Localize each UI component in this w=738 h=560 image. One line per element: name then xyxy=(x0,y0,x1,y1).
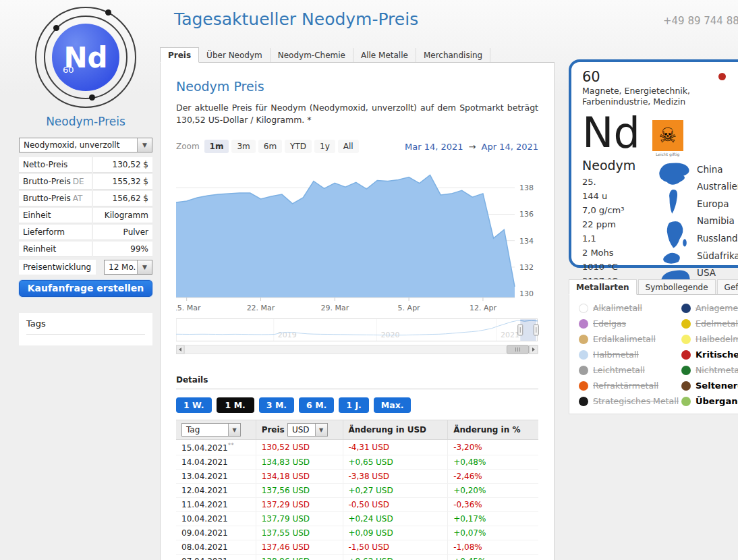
arrow-right-icon: → xyxy=(469,142,476,152)
zoom-button-all[interactable]: All xyxy=(338,140,359,153)
zoom-button-1y[interactable]: 1y xyxy=(314,140,335,153)
chart-navigator[interactable]: 201920202021 xyxy=(176,318,538,358)
legend-tab-symbollegende[interactable]: Symbollegende xyxy=(638,279,716,294)
legend-item[interactable]: Leichtmetall xyxy=(579,365,681,375)
legend-label: Refraktärmetall xyxy=(593,381,658,391)
legend-item[interactable]: Strategisches Metall xyxy=(579,396,681,406)
buy-request-button[interactable]: Kaufanfrage erstellen xyxy=(19,280,152,297)
sidebar-info-row: Netto-Preis130,52 $ xyxy=(19,157,152,173)
currency-select[interactable]: USD ▼ xyxy=(287,423,328,437)
hazard-symbol: ☠ Leicht giftig xyxy=(652,120,683,157)
legend-item[interactable]: Anlagemetall xyxy=(681,303,738,313)
cell-change-usd: +0,27 USD xyxy=(343,484,448,498)
tab-preis[interactable]: Preis xyxy=(160,47,199,63)
legend-item[interactable]: Kritisches Metall xyxy=(681,349,738,360)
date-from-input[interactable]: Mar 14, 2021 xyxy=(405,142,463,152)
legend-dot-icon xyxy=(579,366,588,375)
date-text: 12.04.2021 xyxy=(181,486,228,495)
legend-item[interactable]: Halbmetall xyxy=(579,349,681,360)
legend-item[interactable]: Erdalkalimetall xyxy=(579,334,681,344)
trend-select[interactable]: 12 Mo. ▼ xyxy=(104,260,152,275)
legend-item[interactable]: Übergangsmetall xyxy=(681,396,738,406)
period-button-1j[interactable]: 1 J. xyxy=(339,397,368,413)
legend-item[interactable]: Edelmetall xyxy=(681,318,738,329)
legend-dot-icon xyxy=(681,350,691,360)
date-text: 10.04.2021 xyxy=(181,514,228,524)
zoom-button-ytd[interactable]: YTD xyxy=(285,140,312,153)
legend-item[interactable]: Edelgas xyxy=(579,318,681,329)
element-spec: 22 ppm xyxy=(582,217,655,231)
cell-change-pct: -3,20% xyxy=(448,440,538,455)
info-label-text: Netto-Preis xyxy=(23,160,67,169)
hazard-caption: Leicht giftig xyxy=(652,152,683,157)
element-uses: Magnete, Energietechnik, Farbenindustrie… xyxy=(582,86,738,108)
cell-change-usd: +0,62 USD xyxy=(343,555,448,560)
tab-neodym-chemie[interactable]: Neodym-Chemie xyxy=(271,48,353,62)
legend-box: MetallartenSymbollegendeGefahrensymbole … xyxy=(569,279,738,414)
phone-number: +49 89 744 88 xyxy=(663,15,738,27)
date-text: 15.04.2021 xyxy=(181,443,228,453)
cell-price: 134,83 USD xyxy=(256,455,343,470)
navigator-chart[interactable]: 201920202021 xyxy=(176,318,539,356)
legend-item[interactable]: Nichtmetall xyxy=(681,365,738,375)
svg-text:138: 138 xyxy=(519,184,534,193)
legend-tab-gefahrensymbole[interactable]: Gefahrensymbole xyxy=(717,279,738,294)
legend-label: Halbmetall xyxy=(593,349,639,360)
table-row: 10.04.2021137,79 USD+0,24 USD+0,17% xyxy=(176,512,538,526)
cell-price: 138,96 USD xyxy=(256,555,343,560)
tab-alle-metalle[interactable]: Alle Metalle xyxy=(353,48,416,62)
info-label: Lieferform xyxy=(19,225,92,240)
legend-dot-icon xyxy=(681,381,691,391)
chart-toolbar: Zoom 1m3m6mYTD1yAll Mar 14, 2021 → Apr 1… xyxy=(176,140,538,153)
legend-tab-metallarten[interactable]: Metallarten xyxy=(569,279,637,295)
period-button-6m[interactable]: 6 M. xyxy=(299,397,334,413)
info-label: Einheit xyxy=(19,208,92,223)
cell-change-pct: +0,45% xyxy=(448,555,538,560)
cell-date: 13.04.2021 xyxy=(176,470,256,484)
sidebar-title: Neodym-Preis xyxy=(19,115,152,128)
cell-change-usd: -1,50 USD xyxy=(343,540,448,555)
legend-item[interactable]: Halbedelmetall xyxy=(681,334,738,344)
table-row: 08.04.2021137,46 USD-1,50 USD-1,08% xyxy=(176,540,538,555)
sidebar-info-row: EinheitKilogramm xyxy=(19,208,152,223)
cell-date: 09.04.2021 xyxy=(176,526,256,540)
cell-price: 137,55 USD xyxy=(256,526,343,540)
legend-item[interactable]: Refraktärmetall xyxy=(579,381,681,391)
element-name: Neodym xyxy=(582,158,655,173)
legend-item[interactable]: Alkalimetall xyxy=(579,303,681,313)
period-button-1w[interactable]: 1 W. xyxy=(176,397,212,413)
sidebar-info-row: Reinheit99% xyxy=(19,242,152,257)
legend-label: Kritisches Metall xyxy=(696,349,738,360)
sidebar-info-row: LieferformPulver xyxy=(19,225,152,240)
table-row: 07.04.2021138,96 USD+0,62 USD+0,45% xyxy=(176,555,538,560)
date-to-input[interactable]: Apr 14, 2021 xyxy=(481,142,538,152)
zoom-button-1m[interactable]: 1m xyxy=(204,140,229,153)
col-header-preis: Preis USD ▼ xyxy=(256,420,343,440)
cell-price: 134,18 USD xyxy=(256,470,343,484)
info-label-text: Brutto-Preis xyxy=(23,177,71,186)
legend-label: Seltenerdmetall xyxy=(696,381,738,391)
period-button-max[interactable]: Max. xyxy=(374,397,411,413)
period-button-1m[interactable]: 1 M. xyxy=(217,397,254,413)
zoom-button-6m[interactable]: 6m xyxy=(258,140,282,153)
legend-dot-icon xyxy=(579,381,588,391)
electron-dot-icon xyxy=(105,9,111,16)
product-select[interactable]: Neodymoxid, unverzollt ▼ xyxy=(19,138,152,152)
legend-dot-icon xyxy=(681,366,691,375)
period-button-3m[interactable]: 3 M. xyxy=(259,397,294,413)
skull-icon: ☠ xyxy=(652,120,683,151)
tab-merchandising[interactable]: Merchandising xyxy=(416,48,490,62)
trend-select-value: 12 Mo. xyxy=(105,260,137,274)
info-label-text: Brutto-Preis xyxy=(23,194,71,203)
electron-dot-icon xyxy=(89,94,95,101)
svg-text:12. Apr: 12. Apr xyxy=(470,304,496,312)
tab--ber-neodym[interactable]: Über Neodym xyxy=(199,48,271,62)
tag-select[interactable]: Tag ▼ xyxy=(181,423,241,437)
main-tabbar: PreisÜber NeodymNeodym-ChemieAlle Metall… xyxy=(160,48,555,63)
table-row: 15.04.2021**130,52 USD-4,31 USD-3,20% xyxy=(176,440,538,455)
table-row: 14.04.2021134,83 USD+0,65 USD+0,48% xyxy=(176,455,538,470)
currency-select-value: USD xyxy=(288,424,315,436)
cell-date: 12.04.2021 xyxy=(176,484,256,498)
zoom-button-3m[interactable]: 3m xyxy=(231,140,255,153)
legend-item[interactable]: Seltenerdmetall xyxy=(681,381,738,391)
